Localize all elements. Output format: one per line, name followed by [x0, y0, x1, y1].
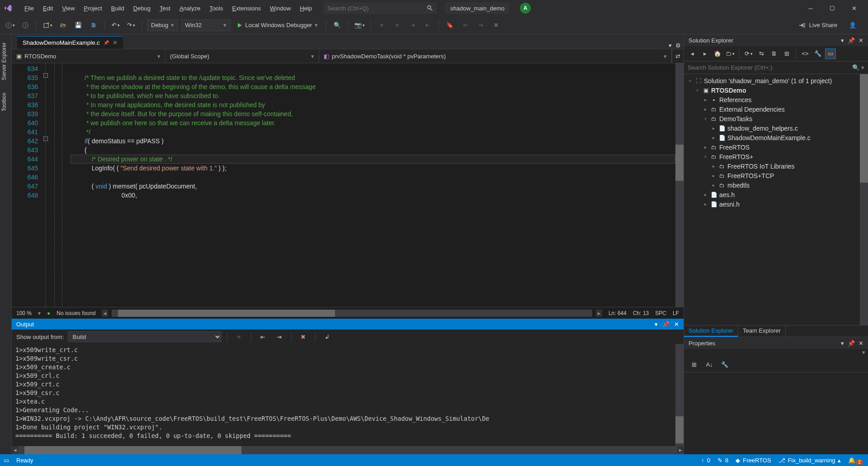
clear-output-button[interactable]: ≡: [233, 330, 245, 343]
tab-team-explorer[interactable]: Team Explorer: [738, 325, 786, 337]
uncomment-button[interactable]: ≡: [391, 19, 403, 32]
line-indicator[interactable]: Ln: 644: [609, 310, 627, 316]
notifications-button[interactable]: 🔔2: [848, 457, 864, 464]
solution-explorer-header[interactable]: Solution Explorer ▾ 📌 ✕: [684, 34, 868, 46]
tree-item[interactable]: ▿▣RTOSDemo: [684, 85, 868, 95]
nav-back-button[interactable]: [4, 19, 16, 32]
refresh-button[interactable]: 🗎: [769, 48, 779, 59]
configuration-dropdown[interactable]: Debug▾: [147, 19, 178, 31]
panel-dropdown-icon[interactable]: ▾: [841, 340, 844, 347]
tree-item[interactable]: ▸📄shadow_demo_helpers.c: [684, 123, 868, 133]
switch-views-button[interactable]: 🗀: [725, 48, 736, 59]
show-all-files-button[interactable]: <>: [800, 48, 811, 59]
menu-test[interactable]: Test: [155, 3, 175, 14]
pin-icon[interactable]: 📌: [848, 37, 855, 44]
tree-item[interactable]: ▸🗀FreeRTOS IoT Libraries: [684, 161, 868, 171]
clear-bookmarks-button[interactable]: ✖: [490, 19, 502, 32]
menu-tools[interactable]: Tools: [205, 3, 227, 14]
menu-extensions[interactable]: Extensions: [227, 3, 265, 14]
live-share-button[interactable]: Live Share: [809, 22, 837, 28]
find-in-files-button[interactable]: 🔍: [331, 19, 344, 32]
word-wrap-button[interactable]: ↲: [321, 330, 334, 343]
property-pages-button[interactable]: 🔧: [718, 358, 731, 371]
goto-prev-button[interactable]: ⇤: [257, 330, 269, 343]
hscroll-left-arrow[interactable]: ◂: [102, 310, 108, 317]
panel-dropdown-icon[interactable]: ▾: [841, 37, 844, 44]
undo-button[interactable]: ↶: [109, 19, 122, 32]
active-files-dropdown[interactable]: ▾: [669, 42, 672, 49]
code-editor[interactable]: 6346356366376386396406416426436446456466…: [12, 63, 684, 307]
solution-name-box[interactable]: shadow_main_demo: [445, 2, 510, 14]
pin-icon[interactable]: 📌: [104, 40, 109, 45]
tab-solution-explorer[interactable]: Solution Explorer: [684, 325, 738, 337]
alphabetical-button[interactable]: A↓: [703, 358, 716, 371]
nav-forward-button[interactable]: [19, 19, 32, 32]
sync-active-button[interactable]: ⇆: [756, 48, 767, 59]
forward-button[interactable]: ▸: [699, 48, 710, 59]
tree-item[interactable]: ▸🗀FreeRTOS+TCP: [684, 171, 868, 180]
solution-tree[interactable]: ▿⛶ Solution 'shadow_main_demo' (1 of 1 p…: [684, 74, 868, 325]
comment-out-button[interactable]: ≡: [375, 19, 388, 32]
tree-scrollbar[interactable]: [860, 74, 868, 325]
tree-item[interactable]: ▸🗀mbedtls: [684, 180, 868, 190]
issues-status[interactable]: No issues found: [57, 310, 95, 316]
document-tab-active[interactable]: ShadowDemoMainExample.c 📌 ✕: [17, 36, 123, 49]
maximize-button[interactable]: ☐: [822, 1, 843, 15]
properties-button[interactable]: 🔧: [812, 48, 823, 59]
menu-file[interactable]: File: [20, 3, 38, 14]
char-indicator[interactable]: Ch: 13: [633, 310, 649, 316]
close-panel-icon[interactable]: ✕: [859, 340, 863, 347]
nav-project-dropdown[interactable]: ▣ RTOSDemo▾: [12, 49, 165, 63]
open-file-button[interactable]: 🗁: [57, 19, 69, 32]
output-dropdown-icon[interactable]: ▾: [655, 321, 658, 328]
tree-item[interactable]: ▸🗀FreeRTOS: [684, 142, 868, 152]
platform-dropdown[interactable]: Win32▾: [181, 19, 231, 31]
tree-item[interactable]: ▸📄ShadowDemoMainExample.c: [684, 133, 868, 142]
menu-build[interactable]: Build: [107, 3, 129, 14]
preview-button[interactable]: ▭: [825, 48, 836, 59]
code-content[interactable]: /* Then we publish a desired state to th…: [71, 63, 675, 307]
bookmark-button[interactable]: 🔖: [443, 19, 456, 32]
clear-all-button[interactable]: ✖: [297, 330, 310, 343]
incoming-commits[interactable]: ✎ 8: [717, 457, 728, 464]
nav-member-dropdown[interactable]: ◧ prvShadowDemoTask(void * pvParameters)…: [319, 49, 672, 63]
toolbox-tab[interactable]: Toolbox: [0, 88, 11, 116]
outgoing-commits[interactable]: ↑ 0: [701, 457, 710, 464]
feedback-button[interactable]: 👤: [846, 19, 859, 32]
fold-toggle-icon[interactable]: −: [43, 73, 48, 78]
pin-icon[interactable]: 📌: [848, 340, 855, 347]
home-button[interactable]: 🏠: [712, 48, 723, 59]
next-bookmark-button[interactable]: ⇒: [474, 19, 487, 32]
close-tab-icon[interactable]: ✕: [113, 39, 118, 46]
menu-debug[interactable]: Debug: [129, 3, 155, 14]
menu-view[interactable]: View: [57, 3, 79, 14]
collapse-all-button[interactable]: ⊞: [781, 48, 792, 59]
line-ending-mode[interactable]: LF: [673, 310, 679, 316]
new-item-button[interactable]: ✦: [41, 19, 54, 32]
menu-project[interactable]: Project: [79, 3, 106, 14]
indent-mode[interactable]: SPC: [655, 310, 666, 316]
editor-horizontal-scrollbar[interactable]: [112, 310, 592, 317]
redo-button[interactable]: ↷: [125, 19, 137, 32]
split-view-button[interactable]: ⇄: [672, 49, 684, 63]
back-button[interactable]: ◂: [687, 48, 698, 59]
tree-item[interactable]: ▸📄aesni.h: [684, 199, 868, 209]
editor-vertical-scrollbar[interactable]: [675, 63, 684, 307]
output-header[interactable]: Output ▾ 📌 ✕: [12, 319, 684, 329]
start-debugging-button[interactable]: Local Windows Debugger ▾: [233, 19, 321, 31]
menu-edit[interactable]: Edit: [38, 3, 57, 14]
branch-indicator[interactable]: ⎇ Fix_build_warning ▴: [778, 457, 841, 464]
pin-icon[interactable]: 📌: [662, 321, 670, 328]
goto-next-button[interactable]: ⇥: [273, 330, 286, 343]
tree-item[interactable]: ▿🗀DemoTasks: [684, 114, 868, 123]
quick-search[interactable]: [324, 2, 437, 14]
close-panel-icon[interactable]: ✕: [674, 321, 679, 328]
tab-options-icon[interactable]: ⚙: [675, 42, 681, 49]
screenshot-button[interactable]: 📷: [353, 19, 366, 32]
solution-search-input[interactable]: [688, 64, 852, 71]
menu-window[interactable]: Window: [265, 3, 295, 14]
save-all-button[interactable]: 🗎: [87, 19, 100, 32]
quick-search-input[interactable]: [327, 5, 427, 12]
tree-item[interactable]: ▸📄aes.h: [684, 190, 868, 199]
outdent-button[interactable]: ⇤: [421, 19, 434, 32]
